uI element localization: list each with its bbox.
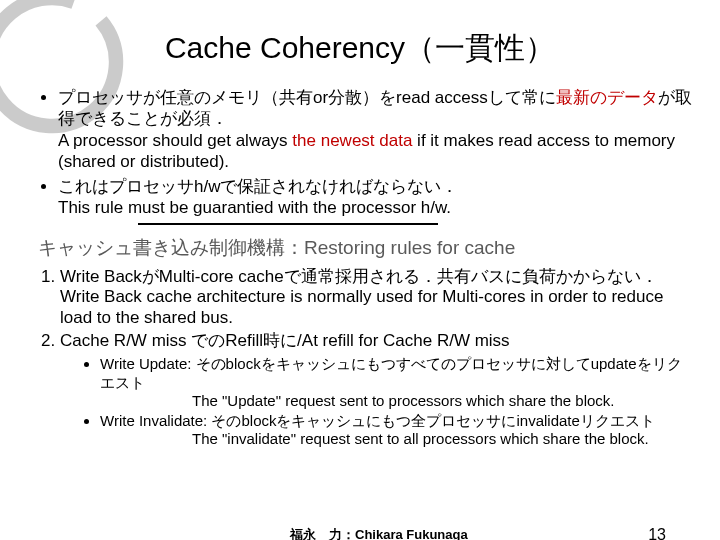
label: Write Invalidate:: [100, 412, 211, 429]
rule-1: Write BackがMulti-core cacheで通常採用される．共有バス…: [60, 267, 692, 329]
intro-item-2: これはプロセッサh/wで保証されなければならない． This rule must…: [58, 176, 692, 219]
author-label: 福永 力：Chikara Fukunaga: [290, 526, 468, 540]
text: A processor should get always: [58, 131, 292, 150]
text-en: The "Update" request sent to processors …: [100, 392, 692, 410]
rule-2: Cache R/W miss でのRefill時に/At refill for …: [60, 331, 692, 449]
text: Write BackがMulti-core cacheで通常採用される．共有バス…: [60, 267, 658, 286]
write-invalidate-item: Write Invalidate: そのblockをキャッシュにもつ全プロセッサ…: [100, 412, 692, 448]
slide-content: Cache Coherency（一貫性） プロセッサが任意のメモリ（共有or分散…: [0, 0, 720, 448]
highlight: 最新のデータ: [556, 88, 658, 107]
highlight: the newest data: [292, 131, 412, 150]
slide-title: Cache Coherency（一貫性）: [28, 28, 692, 69]
intro-list: プロセッサが任意のメモリ（共有or分散）をread accessして常に最新のデ…: [28, 87, 692, 219]
text: Cache R/W miss でのRefill時に/At refill for …: [60, 331, 510, 350]
section-subtitle: キャッシュ書き込み制御機構：Restoring rules for cache: [38, 235, 692, 261]
label: Write Update:: [100, 355, 196, 372]
intro-item-1: プロセッサが任意のメモリ（共有or分散）をread accessして常に最新のデ…: [58, 87, 692, 172]
text-en: The "invalidate" request sent to all pro…: [100, 430, 692, 448]
text: そのblockをキャッシュにもつ全プロセッサにinvalidateリクエスト: [211, 412, 654, 429]
text: Write Back cache architecture is normall…: [60, 287, 663, 327]
rules-list: Write BackがMulti-core cacheで通常採用される．共有バス…: [28, 267, 692, 449]
page-number: 13: [648, 526, 666, 540]
divider: [138, 223, 438, 225]
text: This rule must be guarantied with the pr…: [58, 198, 451, 217]
nested-list: Write Update: そのblockをキャッシュにもつすべてのプロセッサに…: [60, 355, 692, 448]
text: プロセッサが任意のメモリ（共有or分散）をread accessして常に: [58, 88, 556, 107]
write-update-item: Write Update: そのblockをキャッシュにもつすべてのプロセッサに…: [100, 355, 692, 410]
text: これはプロセッサh/wで保証されなければならない．: [58, 177, 458, 196]
